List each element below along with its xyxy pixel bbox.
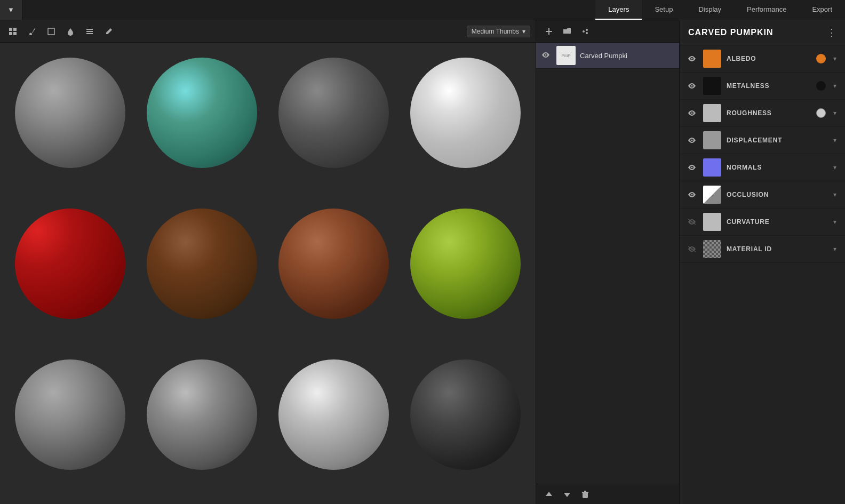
layer-name: Carved Pumpki: [580, 52, 674, 60]
list-item[interactable]: [4, 198, 136, 330]
move-up-icon[interactable]: [541, 487, 556, 502]
effects-icon[interactable]: [578, 24, 593, 39]
brush-icon[interactable]: [25, 24, 39, 39]
roughness-label: ROUGHNESS: [727, 109, 811, 117]
occlusion-eye-icon[interactable]: [686, 191, 698, 198]
roughness-thumbnail: [703, 104, 721, 122]
albedo-expand-icon[interactable]: ▾: [831, 55, 839, 62]
svg-rect-4: [48, 28, 54, 35]
list-item[interactable]: [4, 47, 136, 179]
sphere-preview: [15, 58, 126, 169]
svg-rect-0: [9, 28, 12, 31]
svg-rect-5: [86, 33, 93, 34]
list-item[interactable]: [4, 349, 136, 481]
curvature-expand-icon[interactable]: ▾: [831, 218, 839, 226]
metalness-eye-icon[interactable]: [686, 83, 698, 89]
channel-albedo[interactable]: ALBEDO ▾: [680, 45, 845, 73]
tab-display[interactable]: Display: [685, 0, 734, 20]
sphere-preview: [278, 209, 389, 319]
add-folder-icon[interactable]: [560, 24, 575, 39]
normals-expand-icon[interactable]: ▾: [831, 164, 839, 171]
tab-setup[interactable]: Setup: [642, 0, 685, 20]
material-id-eye-icon[interactable]: [686, 246, 698, 252]
svg-rect-9: [546, 31, 552, 32]
channel-metalness[interactable]: METALNESS ▾: [680, 73, 845, 100]
curvature-label: CURVATURE: [727, 218, 826, 226]
pencil-icon[interactable]: [101, 24, 116, 39]
props-menu-button[interactable]: ⋮: [827, 27, 836, 38]
sphere-preview: [278, 359, 389, 470]
channel-normals[interactable]: NORMALS ▾: [680, 154, 845, 181]
dropdown-arrow-icon: ▼: [7, 6, 14, 14]
metalness-thumbnail: [703, 77, 721, 95]
occlusion-thumbnail: [703, 186, 721, 204]
albedo-swatch[interactable]: [816, 54, 826, 63]
list-item[interactable]: [400, 47, 531, 179]
layers-small-icon[interactable]: [82, 24, 97, 39]
list-item[interactable]: [400, 198, 531, 330]
material-id-label: MATERIAL ID: [727, 245, 826, 253]
tab-export[interactable]: Export: [799, 0, 845, 20]
layer-thumbnail: PMP: [556, 46, 576, 65]
svg-point-21: [691, 140, 693, 141]
metalness-expand-icon[interactable]: ▾: [831, 82, 839, 90]
roughness-expand-icon[interactable]: ▾: [831, 109, 839, 117]
occlusion-expand-icon[interactable]: ▾: [831, 191, 839, 198]
displacement-eye-icon[interactable]: [686, 137, 698, 143]
svg-rect-2: [9, 32, 12, 35]
layers-toolbar: [536, 20, 679, 43]
layer-item[interactable]: PMP Carved Pumpki: [536, 43, 679, 69]
sphere-preview: [147, 359, 258, 470]
curvature-thumbnail: [703, 213, 721, 231]
channel-material-id[interactable]: MATERIAL ID ▾: [680, 236, 845, 263]
displacement-thumbnail: [703, 131, 721, 149]
grid-icon[interactable]: [5, 24, 20, 39]
list-item[interactable]: [136, 47, 268, 179]
move-down-icon[interactable]: [560, 487, 575, 502]
sphere-preview: [410, 58, 521, 169]
list-item[interactable]: [136, 198, 268, 330]
svg-rect-17: [584, 491, 586, 492]
svg-point-23: [691, 194, 693, 196]
list-item[interactable]: [268, 349, 400, 481]
props-header: CARVED PUMPKIN ⋮: [680, 20, 845, 45]
svg-marker-15: [564, 493, 570, 497]
channel-curvature[interactable]: CURVATURE ▾: [680, 209, 845, 236]
square-icon[interactable]: [44, 24, 59, 39]
svg-point-10: [583, 30, 585, 33]
sphere-preview: [410, 359, 521, 470]
svg-point-20: [691, 113, 693, 114]
list-item[interactable]: [268, 47, 400, 179]
layers-bottom-toolbar: [536, 484, 679, 504]
curvature-eye-icon[interactable]: [686, 219, 698, 225]
sphere-preview: [278, 58, 389, 169]
tab-layers[interactable]: Layers: [595, 0, 642, 20]
svg-rect-1: [13, 28, 17, 31]
normals-eye-icon[interactable]: [686, 164, 698, 171]
list-item[interactable]: [136, 349, 268, 481]
metalness-swatch[interactable]: [816, 81, 826, 91]
nav-dropdown[interactable]: ▼: [0, 0, 22, 20]
eye-visible-icon[interactable]: [541, 52, 552, 60]
materials-panel: Medium Thumbs ▾: [0, 20, 536, 504]
material-id-expand-icon[interactable]: ▾: [831, 245, 839, 253]
svg-rect-16: [582, 492, 588, 493]
channel-occlusion[interactable]: OCCLUSION ▾: [680, 181, 845, 209]
materials-grid: [0, 43, 536, 504]
svg-point-19: [691, 85, 693, 87]
list-item[interactable]: [400, 349, 531, 481]
thumb-size-select[interactable]: Medium Thumbs ▾: [467, 26, 530, 37]
svg-rect-7: [86, 29, 93, 30]
tab-performance[interactable]: Performance: [734, 0, 799, 20]
channel-roughness[interactable]: ROUGHNESS ▾: [680, 100, 845, 127]
displacement-expand-icon[interactable]: ▾: [831, 137, 839, 144]
albedo-eye-icon[interactable]: [686, 55, 698, 62]
roughness-eye-icon[interactable]: [686, 110, 698, 116]
albedo-label: ALBEDO: [727, 55, 811, 62]
channel-displacement[interactable]: DISPLACEMENT ▾: [680, 127, 845, 154]
list-item[interactable]: [268, 198, 400, 330]
add-layer-icon[interactable]: [541, 24, 556, 39]
drop-icon[interactable]: [63, 24, 78, 39]
delete-icon[interactable]: [578, 487, 593, 502]
roughness-swatch[interactable]: [816, 108, 826, 118]
